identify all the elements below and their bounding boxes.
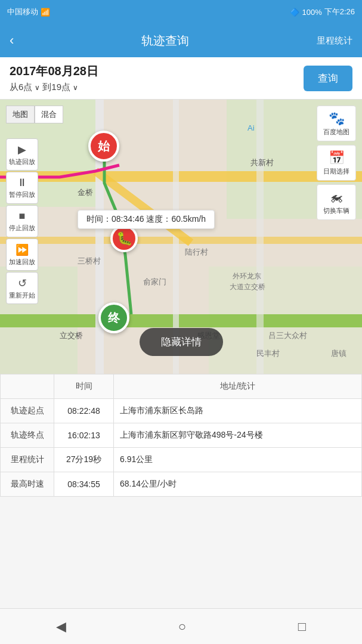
svg-rect-10: [256, 100, 264, 374]
svg-text:金桥: 金桥: [78, 188, 93, 197]
nav-back-button[interactable]: ◀: [44, 614, 78, 639]
nav-bar: ◀ ○ □: [0, 608, 362, 644]
restart-icon: ↺: [18, 277, 27, 290]
status-right: 🔷 100% 下午2:26: [290, 7, 355, 17]
restart-button[interactable]: ↺ 重新开始: [6, 272, 38, 304]
baidu-map-label: 百度地图: [323, 128, 349, 137]
table-header-time: 时间: [54, 374, 114, 399]
play-button[interactable]: ▶ 轨迹回放: [6, 138, 38, 171]
stop-icon: ■: [19, 210, 26, 222]
row-label: 轨迹终点: [1, 423, 54, 448]
speed-tooltip: 时间：08:34:46 速度：60.5km/h: [78, 210, 215, 229]
nav-recent-button[interactable]: □: [286, 614, 318, 639]
back-button[interactable]: ‹: [10, 33, 14, 48]
date-select-button[interactable]: 📅 日期选择: [317, 145, 356, 181]
to-time[interactable]: 到19点: [42, 82, 70, 93]
table-row: 里程统计 27分19秒 6.91公里: [1, 448, 362, 472]
row-label: 轨迹起点: [1, 399, 54, 423]
row-address: 上海市浦东新区长岛路: [114, 399, 362, 423]
row-time: 27分19秒: [54, 448, 114, 472]
row-time: 08:34:55: [54, 472, 114, 497]
carrier-label: 中国移动: [7, 7, 38, 17]
header: ‹ 轨迹查询 里程统计: [0, 24, 362, 57]
svg-text:共新村: 共新村: [250, 158, 274, 167]
mileage-stats-link[interactable]: 里程统计: [317, 35, 352, 47]
time-label: 下午2:26: [324, 7, 355, 17]
right-controls: 🐾 百度地图 📅 日期选择 🏍 切换车辆: [317, 106, 356, 220]
baidu-map-icon: 🐾: [329, 111, 345, 126]
start-marker-circle: 始: [88, 131, 119, 162]
table-row: 轨迹终点 16:02:13 上海市浦东新区郭守敬路498号-24号楼: [1, 423, 362, 448]
date-bar: 2017年08月28日 从6点 ∨ 到19点 ∨ 查询: [0, 57, 362, 100]
table-row: 最高时速 08:34:55 68.14公里/小时: [1, 472, 362, 497]
fast-forward-icon: ⏩: [16, 243, 29, 256]
stop-button[interactable]: ■ 停止回放: [6, 205, 38, 237]
restart-label: 重新开始: [9, 291, 35, 300]
hide-details-button[interactable]: 隐藏详情: [140, 328, 223, 356]
switch-vehicle-label: 切换车辆: [323, 206, 349, 215]
table-row: 轨迹起点 08:22:48 上海市浦东新区长岛路: [1, 399, 362, 423]
left-controls: ▶ 轨迹回放 ⏸ 暂停回放 ■ 停止回放 ⏩ 加速回放 ↺ 重新开始: [6, 138, 38, 304]
table-header-address: 地址/统计: [114, 374, 362, 399]
svg-rect-7: [0, 314, 362, 327]
motorcycle-icon: 🏍: [330, 190, 343, 205]
row-label: 里程统计: [1, 448, 54, 472]
end-marker-circle: 终: [98, 302, 129, 333]
map-type-map[interactable]: 地图: [6, 106, 35, 123]
play-label: 轨迹回放: [9, 157, 35, 166]
svg-text:三桥村: 三桥村: [78, 256, 101, 265]
map-container: 共新村 金桥 陆行村 三桥村 俞家门 外环龙东 大道立交桥 立交桥 感恩堂 吕三…: [0, 100, 362, 374]
bluetooth-icon: 🔷: [290, 8, 299, 17]
play-icon: ▶: [18, 143, 26, 156]
nav-home-button[interactable]: ○: [166, 614, 198, 639]
row-address: 6.91公里: [114, 448, 362, 472]
data-table: 时间 地址/统计 轨迹起点 08:22:48 上海市浦东新区长岛路 轨迹终点 1…: [0, 374, 362, 497]
start-label: 始: [98, 138, 110, 154]
page-title: 轨迹查询: [14, 33, 317, 49]
from-dropdown-icon[interactable]: ∨: [35, 83, 40, 92]
end-marker: 终: [98, 302, 129, 333]
row-time: 08:22:48: [54, 399, 114, 423]
bug-icon: 🐛: [116, 231, 132, 246]
svg-text:俞家门: 俞家门: [143, 277, 166, 286]
date-select-label: 日期选择: [323, 167, 349, 176]
row-address: 上海市浦东新区郭守敬路498号-24号楼: [114, 423, 362, 448]
svg-text:陆行村: 陆行村: [185, 247, 208, 256]
row-time: 16:02:13: [54, 423, 114, 448]
status-left: 中国移动 📶: [7, 7, 50, 17]
table-header-label: [1, 374, 54, 399]
map-type-hybrid[interactable]: 混合: [35, 106, 63, 123]
pause-button[interactable]: ⏸ 暂停回放: [6, 172, 38, 204]
pause-icon: ⏸: [17, 177, 27, 189]
baidu-map-button[interactable]: 🐾 百度地图: [317, 106, 356, 141]
signal-icon: 📶: [41, 8, 50, 17]
date-icon: 📅: [329, 150, 345, 166]
map-type-buttons: 地图 混合: [6, 106, 63, 123]
query-button[interactable]: 查询: [304, 66, 352, 91]
svg-text:Ai: Ai: [247, 123, 255, 132]
svg-text:吕三大众村: 吕三大众村: [268, 331, 307, 340]
svg-text:大道立交桥: 大道立交桥: [230, 283, 265, 291]
stop-label: 停止回放: [9, 224, 35, 233]
fast-forward-label: 加速回放: [9, 258, 35, 267]
row-address: 68.14公里/小时: [114, 472, 362, 497]
from-time[interactable]: 从6点: [10, 82, 32, 93]
svg-text:民丰村: 民丰村: [256, 349, 280, 358]
end-label: 终: [108, 310, 120, 326]
row-label: 最高时速: [1, 472, 54, 497]
switch-vehicle-button[interactable]: 🏍 切换车辆: [317, 184, 356, 220]
battery-label: 100%: [302, 8, 321, 17]
tooltip-text: 时间：08:34:46 速度：60.5km/h: [86, 214, 206, 224]
date-bar-left: 2017年08月28日 从6点 ∨ 到19点 ∨: [10, 63, 98, 93]
svg-text:唐镇: 唐镇: [331, 349, 346, 358]
svg-text:立交桥: 立交桥: [60, 331, 83, 340]
start-marker: 始: [88, 131, 119, 162]
date-title: 2017年08月28日: [10, 63, 98, 79]
fast-forward-button[interactable]: ⏩ 加速回放: [6, 239, 38, 271]
date-range: 从6点 ∨ 到19点 ∨: [10, 82, 98, 93]
svg-text:外环龙东: 外环龙东: [233, 272, 261, 280]
status-bar: 中国移动 📶 🔷 100% 下午2:26: [0, 0, 362, 24]
pause-label: 暂停回放: [9, 190, 35, 199]
to-dropdown-icon[interactable]: ∨: [73, 83, 78, 92]
